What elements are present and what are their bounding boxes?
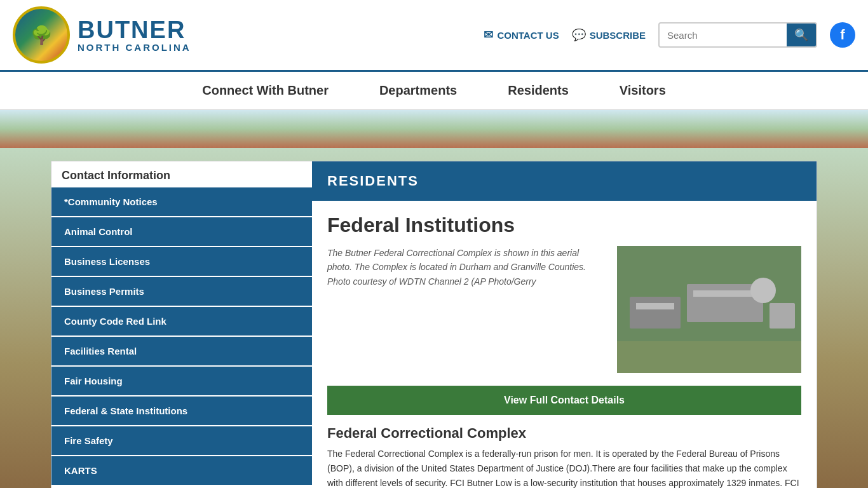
mail-icon: ✉ [484,28,493,42]
logo-area: BUTNER NORTH CAROLINA [13,6,191,64]
svg-rect-6 [617,341,801,373]
section-header-label: RESIDENTS [327,173,419,189]
contact-link[interactable]: ✉ CONTACT US [484,28,559,42]
town-name-main: BUTNER [78,18,191,42]
subscribe-link[interactable]: 💬 SUBSCRIBE [572,28,646,42]
content-header: RESIDENTS [312,161,817,201]
search-button[interactable]: 🔍 [787,22,816,48]
sidebar-item-facilities-rental[interactable]: Facilities Rental [51,337,312,367]
sidebar-item-fair-housing[interactable]: Fair Housing [51,367,312,396]
main-nav: Connect With Butner Departments Resident… [0,72,868,110]
header-right: ✉ CONTACT US 💬 SUBSCRIBE 🔍 f [484,22,855,48]
svg-point-7 [750,278,776,303]
svg-rect-3 [770,303,795,329]
content-area: RESIDENTS Federal Institutions The Butne… [312,161,817,488]
nav-item-residents[interactable]: Residents [508,83,569,98]
search-input[interactable] [660,27,787,44]
search-box: 🔍 [658,22,817,48]
subsection-title: Federal Correctional Complex [327,425,801,442]
town-name-sub: NORTH CAROLINA [78,42,191,53]
sidebar-item-business-permits[interactable]: Business Permits [51,277,312,307]
sidebar-item-business-licenses[interactable]: Business Licenses [51,247,312,277]
main-content-wrapper: Contact Information *Community Notices A… [51,161,817,488]
nav-item-visitors[interactable]: Visitors [620,83,666,98]
town-logo [13,6,70,64]
page-title: Federal Institutions [327,214,801,237]
hero-band [0,110,868,148]
subsection-body: The Federal Correctional Complex is a fe… [327,447,801,488]
town-name-block: BUTNER NORTH CAROLINA [78,18,191,53]
sidebar-title: Contact Information [51,161,312,187]
facility-image [617,246,801,373]
nav-item-connect[interactable]: Connect With Butner [202,83,329,98]
green-banner-label: View Full Contact Details [504,395,625,405]
intro-section: The Butner Federal Correctional Complex … [327,246,801,373]
sidebar-item-karts[interactable]: KARTS [51,456,312,486]
svg-rect-5 [693,290,757,297]
facility-image-placeholder [617,246,801,373]
sidebar: Contact Information *Community Notices A… [51,161,312,488]
chat-icon: 💬 [572,28,586,42]
view-contact-details-banner[interactable]: View Full Contact Details [327,386,801,415]
contact-label: CONTACT US [497,30,559,41]
sidebar-item-federal-state-institutions[interactable]: Federal & State Institutions [51,396,312,426]
aerial-photo-svg [617,246,801,373]
sidebar-item-fire-safety[interactable]: Fire Safety [51,426,312,456]
sidebar-item-animal-control[interactable]: Animal Control [51,217,312,247]
facebook-icon[interactable]: f [830,22,855,48]
svg-rect-4 [636,303,674,309]
sidebar-item-community-notices[interactable]: *Community Notices [51,187,312,217]
subscribe-label: SUBSCRIBE [590,30,646,41]
svg-rect-1 [630,297,681,329]
nav-item-departments[interactable]: Departments [379,83,457,98]
sidebar-item-county-code-red[interactable]: County Code Red Link [51,307,312,337]
intro-italic-text: The Butner Federal Correctional Complex … [327,246,604,288]
page-header: BUTNER NORTH CAROLINA ✉ CONTACT US 💬 SUB… [0,0,868,72]
content-body: Federal Institutions The Butner Federal … [312,201,817,488]
intro-text-block: The Butner Federal Correctional Complex … [327,246,604,373]
